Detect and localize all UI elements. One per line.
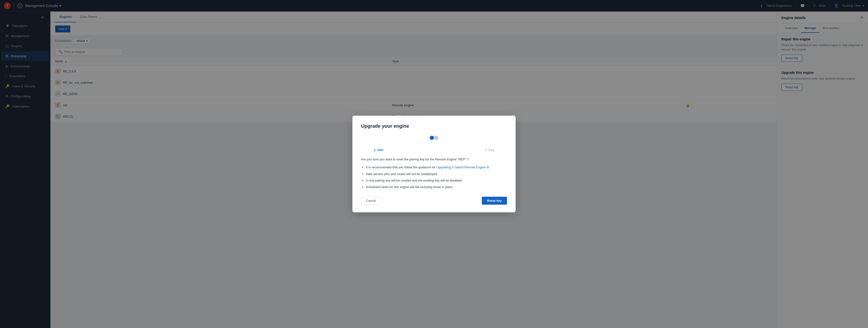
stepper bbox=[430, 136, 438, 140]
stepper-wrapper: 1. Info 2. Key bbox=[361, 136, 507, 152]
cancel-button[interactable]: Cancel bbox=[361, 197, 381, 204]
modal-bullet-3: A new pairing key will be created and th… bbox=[366, 178, 507, 183]
modal-bullet-4: Scheduled tasks for this engine will fai… bbox=[366, 184, 507, 190]
bullet1-text-before: It is recommended that you follow the gu… bbox=[366, 165, 436, 169]
modal-title: Upgrade your engine bbox=[361, 124, 507, 129]
upgrading-link[interactable]: Upgrading a Talend Remote Engine ⧉ bbox=[436, 165, 489, 169]
modal-bullet-1: It is recommended that you follow the gu… bbox=[366, 164, 507, 170]
modal-bullets: It is recommended that you follow the gu… bbox=[361, 164, 507, 190]
step2-dot bbox=[434, 136, 438, 140]
upgrading-link-text: Upgrading a Talend Remote Engine bbox=[436, 165, 486, 169]
external-link-icon: ⧉ bbox=[487, 165, 489, 169]
modal-overlay: Upgrade your engine 1. Info 2. Key Are y… bbox=[0, 0, 868, 328]
modal-bullet-2: Data service jobs and routes will not be… bbox=[366, 171, 507, 177]
upgrade-engine-modal: Upgrade your engine 1. Info 2. Key Are y… bbox=[352, 116, 516, 212]
step1-label: 1. Info bbox=[374, 148, 383, 152]
reset-key-button[interactable]: Reset key bbox=[482, 197, 507, 204]
step-labels: 1. Info 2. Key bbox=[374, 148, 494, 152]
step2-label: 2. Key bbox=[485, 148, 494, 152]
modal-actions: Cancel Reset key bbox=[361, 197, 507, 204]
step1-dot bbox=[430, 136, 434, 140]
modal-question: Are you sure you want to reset the pairi… bbox=[361, 158, 507, 161]
